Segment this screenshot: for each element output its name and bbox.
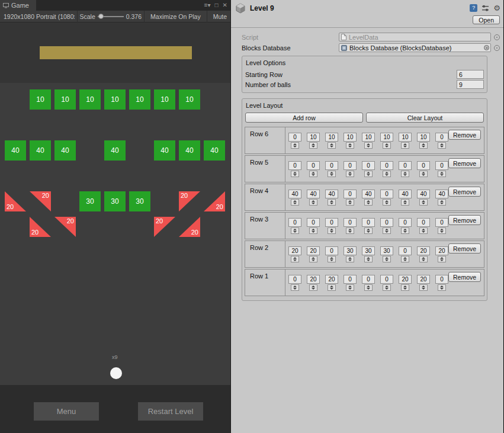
stepper-down-icon[interactable] <box>403 203 407 204</box>
stepper-up-icon[interactable] <box>403 229 407 230</box>
number-of-balls-field[interactable]: 9 <box>457 80 484 89</box>
scale-slider[interactable] <box>98 14 124 20</box>
stepper-down-icon[interactable] <box>348 259 352 261</box>
value-stepper[interactable] <box>309 199 317 206</box>
stepper-down-icon[interactable] <box>403 288 407 290</box>
value-stepper[interactable] <box>401 142 409 149</box>
stepper-up-icon[interactable] <box>348 200 352 202</box>
block-value-field[interactable]: 0 <box>288 218 301 227</box>
block-value-field[interactable]: 0 <box>380 275 393 284</box>
value-stepper[interactable] <box>401 284 409 291</box>
block-value-field[interactable]: 10 <box>417 133 430 142</box>
stepper-down-icon[interactable] <box>367 231 370 233</box>
stepper-down-icon[interactable] <box>367 146 370 147</box>
stepper-up-icon[interactable] <box>403 200 407 202</box>
value-stepper[interactable] <box>383 171 391 177</box>
stepper-down-icon[interactable] <box>440 231 444 233</box>
value-stepper[interactable] <box>364 284 373 291</box>
value-stepper[interactable] <box>328 284 336 291</box>
value-stepper[interactable] <box>291 284 299 291</box>
preset-circle-icon[interactable] <box>494 45 500 51</box>
block-value-field[interactable]: 0 <box>417 218 430 227</box>
block-value-field[interactable]: 30 <box>344 246 357 255</box>
maximize-icon[interactable]: □ <box>215 1 219 10</box>
help-icon[interactable]: ? <box>470 4 477 12</box>
stepper-down-icon[interactable] <box>312 203 315 204</box>
blocks-database-field[interactable]: Blocks Database (BlocksDatabase) <box>339 43 491 52</box>
stepper-up-icon[interactable] <box>312 229 315 230</box>
block-value-field[interactable]: 20 <box>417 246 430 255</box>
value-stepper[interactable] <box>419 227 428 234</box>
stepper-down-icon[interactable] <box>312 259 315 261</box>
value-stepper[interactable] <box>364 199 373 206</box>
block-value-field[interactable]: 0 <box>344 190 357 198</box>
stepper-down-icon[interactable] <box>293 174 297 176</box>
value-stepper[interactable] <box>401 256 409 262</box>
value-stepper[interactable] <box>291 171 299 177</box>
stepper-up-icon[interactable] <box>385 200 389 202</box>
stepper-down-icon[interactable] <box>403 174 407 176</box>
value-stepper[interactable] <box>364 142 373 149</box>
block-value-field[interactable]: 0 <box>380 161 393 170</box>
block-value-field[interactable]: 0 <box>344 275 357 284</box>
stepper-down-icon[interactable] <box>422 203 425 204</box>
stepper-down-icon[interactable] <box>385 288 389 290</box>
stepper-up-icon[interactable] <box>440 172 444 174</box>
value-stepper[interactable] <box>346 227 354 234</box>
block-value-field[interactable]: 20 <box>288 246 301 255</box>
block-value-field[interactable]: 0 <box>344 161 357 170</box>
stepper-down-icon[interactable] <box>348 146 352 147</box>
block-value-field[interactable]: 0 <box>288 161 301 170</box>
value-stepper[interactable] <box>419 199 428 206</box>
block-value-field[interactable]: 40 <box>399 190 412 198</box>
stepper-up-icon[interactable] <box>293 229 297 230</box>
value-stepper[interactable] <box>364 227 373 234</box>
stepper-down-icon[interactable] <box>293 288 297 290</box>
block-value-field[interactable]: 40 <box>435 190 448 198</box>
remove-row-button[interactable]: Remove <box>448 272 481 282</box>
stepper-up-icon[interactable] <box>367 200 370 202</box>
stepper-down-icon[interactable] <box>312 231 315 233</box>
stepper-down-icon[interactable] <box>367 203 370 204</box>
stepper-down-icon[interactable] <box>330 259 333 261</box>
value-stepper[interactable] <box>346 199 354 206</box>
stepper-down-icon[interactable] <box>330 203 333 204</box>
stepper-down-icon[interactable] <box>403 259 407 261</box>
block-value-field[interactable]: 10 <box>307 133 320 142</box>
stepper-up-icon[interactable] <box>367 229 370 230</box>
stepper-down-icon[interactable] <box>385 174 389 176</box>
stepper-up-icon[interactable] <box>312 286 315 287</box>
block-value-field[interactable]: 30 <box>362 246 375 255</box>
value-stepper[interactable] <box>419 284 428 291</box>
stepper-up-icon[interactable] <box>293 286 297 287</box>
stepper-down-icon[interactable] <box>422 146 425 147</box>
remove-row-button[interactable]: Remove <box>448 158 481 168</box>
block-value-field[interactable]: 40 <box>417 190 430 198</box>
stepper-down-icon[interactable] <box>403 146 407 147</box>
stepper-up-icon[interactable] <box>330 257 333 259</box>
open-button[interactable]: Open <box>473 15 500 24</box>
block-value-field[interactable]: 0 <box>344 218 357 227</box>
value-stepper[interactable] <box>328 171 336 177</box>
stepper-up-icon[interactable] <box>367 286 370 287</box>
stepper-down-icon[interactable] <box>440 146 444 147</box>
stepper-down-icon[interactable] <box>293 146 297 147</box>
stepper-down-icon[interactable] <box>348 174 352 176</box>
stepper-down-icon[interactable] <box>385 203 389 204</box>
stepper-down-icon[interactable] <box>312 146 315 147</box>
value-stepper[interactable] <box>364 171 373 177</box>
close-icon[interactable]: ✕ <box>223 1 227 10</box>
value-stepper[interactable] <box>438 256 446 262</box>
block-value-field[interactable]: 10 <box>380 133 393 142</box>
stepper-down-icon[interactable] <box>422 288 425 290</box>
block-value-field[interactable]: 0 <box>399 161 412 170</box>
block-value-field[interactable]: 0 <box>325 246 338 255</box>
stepper-up-icon[interactable] <box>348 172 352 174</box>
stepper-down-icon[interactable] <box>385 231 389 233</box>
block-value-field[interactable]: 0 <box>288 133 301 142</box>
stepper-up-icon[interactable] <box>367 172 370 174</box>
value-stepper[interactable] <box>438 227 446 234</box>
value-stepper[interactable] <box>291 142 299 149</box>
stepper-up-icon[interactable] <box>422 143 425 145</box>
stepper-down-icon[interactable] <box>330 231 333 233</box>
